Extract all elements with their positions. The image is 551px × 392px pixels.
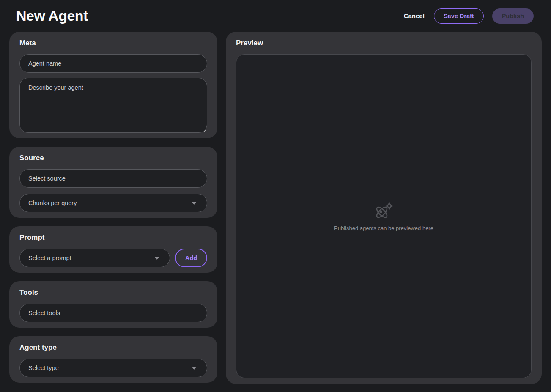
agent-type-card-title: Agent type xyxy=(19,343,207,352)
select-source-input[interactable] xyxy=(19,169,207,188)
page-title: New Agent xyxy=(16,8,88,24)
chevron-down-icon xyxy=(192,202,197,205)
content: Meta Source Chunks per query Prompt Sele… xyxy=(0,32,551,392)
meta-card: Meta xyxy=(9,32,217,138)
prompt-row: Select a prompt Add xyxy=(19,249,207,267)
chunks-per-query-select[interactable]: Chunks per query xyxy=(19,194,207,212)
agent-name-input[interactable] xyxy=(19,54,207,73)
chunks-per-query-value: Chunks per query xyxy=(28,200,77,206)
prompt-select-value: Select a prompt xyxy=(28,255,71,261)
source-card: Source Chunks per query xyxy=(9,147,217,218)
chevron-down-icon xyxy=(192,367,197,370)
prompt-select[interactable]: Select a prompt xyxy=(19,249,170,267)
atom-sparkle-icon xyxy=(373,201,394,220)
agent-type-select[interactable]: Select type xyxy=(19,359,207,377)
meta-card-title: Meta xyxy=(19,39,207,47)
header: New Agent Cancel Save Draft Publish xyxy=(0,0,551,32)
select-tools-input[interactable] xyxy=(19,304,207,322)
add-prompt-button[interactable]: Add xyxy=(175,249,207,267)
tools-card-title: Tools xyxy=(19,288,207,297)
preview-empty-state: Published agents can be previewed here xyxy=(334,201,433,231)
preview-card-title: Preview xyxy=(236,39,532,47)
new-agent-page: New Agent Cancel Save Draft Publish Meta… xyxy=(0,0,551,392)
agent-description-textarea[interactable] xyxy=(19,78,207,133)
preview-card: Preview Published agents can be previewe… xyxy=(226,32,542,384)
chevron-down-icon xyxy=(154,257,159,260)
tools-card: Tools xyxy=(9,281,217,328)
publish-button[interactable]: Publish xyxy=(492,8,534,24)
agent-type-select-value: Select type xyxy=(28,365,59,371)
save-draft-button[interactable]: Save Draft xyxy=(434,8,484,24)
form-column: Meta Source Chunks per query Prompt Sele… xyxy=(9,32,217,384)
cancel-button[interactable]: Cancel xyxy=(403,9,425,23)
preview-panel: Published agents can be previewed here xyxy=(236,54,532,378)
prompt-card: Prompt Select a prompt Add xyxy=(9,226,217,273)
agent-type-card: Agent type Select type xyxy=(9,336,217,383)
source-card-title: Source xyxy=(19,154,207,162)
prompt-card-title: Prompt xyxy=(19,233,207,242)
header-actions: Cancel Save Draft Publish xyxy=(403,8,534,24)
preview-empty-text: Published agents can be previewed here xyxy=(334,225,433,231)
